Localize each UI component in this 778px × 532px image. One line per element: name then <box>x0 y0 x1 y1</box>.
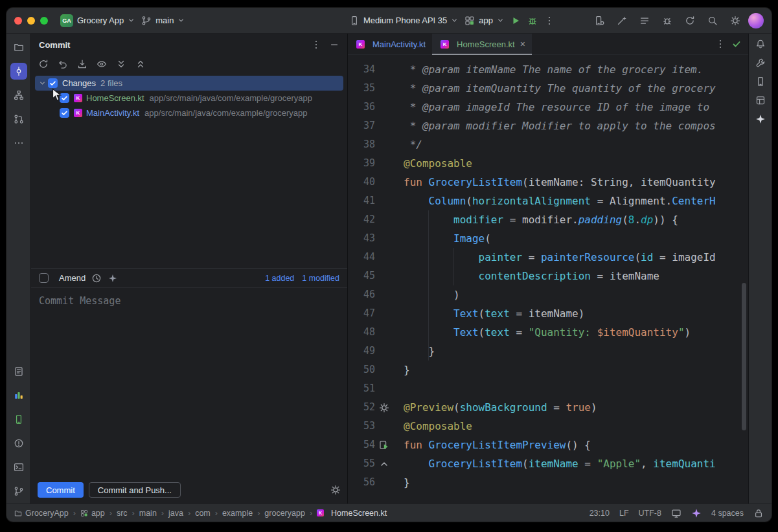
logcat-list-icon[interactable] <box>639 16 650 26</box>
breadcrumb-item[interactable]: com <box>195 509 211 518</box>
rollback-icon[interactable] <box>58 59 68 69</box>
preview-diff-icon[interactable] <box>97 59 107 69</box>
inspections-status-icon[interactable] <box>731 39 742 49</box>
device-manager-icon[interactable] <box>594 16 604 26</box>
tab-homescreen[interactable]: HomeScreen.kt <box>432 34 532 54</box>
indent-config[interactable]: 4 spaces <box>711 509 744 518</box>
hide-tool-window-icon[interactable] <box>329 39 339 50</box>
code-line: 36 * @param imageId The resource ID of t… <box>348 98 748 116</box>
breadcrumb-separator: › <box>215 509 218 518</box>
file-name: MainActivity.kt <box>86 108 139 118</box>
close-window-button[interactable] <box>14 17 22 25</box>
gradle-icon[interactable] <box>755 58 766 68</box>
settings-gear-icon[interactable] <box>730 16 740 26</box>
breadcrumb-item[interactable]: HomeScreen.kt <box>331 509 387 518</box>
branch-name: main <box>155 16 174 25</box>
terminal-tool-button[interactable] <box>10 459 27 476</box>
screen-reader-icon[interactable] <box>671 508 681 518</box>
search-icon[interactable] <box>707 16 718 26</box>
code-area[interactable]: 34 * @param itemName The name of the gro… <box>348 55 748 504</box>
avatar[interactable] <box>748 13 764 28</box>
kotlin-file-icon <box>440 40 449 49</box>
device-phone-icon <box>349 16 360 26</box>
changes-root-row[interactable]: Changes 2 files <box>35 76 343 91</box>
runprev-gutter-icon[interactable] <box>379 440 389 450</box>
more-tool-windows-button[interactable] <box>10 135 27 151</box>
breadcrumb-item[interactable]: main <box>139 509 157 518</box>
run-config-selector[interactable]: app <box>461 12 507 29</box>
file-checkbox[interactable] <box>60 108 69 118</box>
file-row[interactable]: HomeScreen.kt app/src/main/java/com/exam… <box>31 91 347 105</box>
commit-options-icon[interactable] <box>311 39 321 50</box>
changes-checkbox[interactable] <box>48 78 58 88</box>
changes-tree[interactable]: Changes 2 files HomeScreen.kt app/src/ma… <box>31 73 347 269</box>
project-tool-button[interactable] <box>10 39 27 56</box>
running-devices-tool-button[interactable] <box>10 411 27 428</box>
notifications-icon[interactable] <box>755 39 766 49</box>
minimize-window-button[interactable] <box>27 17 35 25</box>
app-quality-insights-tool-button[interactable] <box>10 387 27 404</box>
editor-scrollbar[interactable] <box>742 283 746 430</box>
code-line: 42 modifier = modifier.padding(8.dp)) { <box>348 210 748 229</box>
file-encoding[interactable]: UTF-8 <box>639 509 661 518</box>
code-line: 47 Text(text = itemName) <box>348 304 748 323</box>
ai-commit-message-icon[interactable] <box>108 273 118 283</box>
check-icon <box>61 94 68 102</box>
expand-all-icon[interactable] <box>116 59 126 69</box>
refresh-icon[interactable] <box>38 59 49 69</box>
gradle-sync-icon[interactable] <box>685 16 695 26</box>
problems-tool-button[interactable] <box>10 435 27 452</box>
more-run-actions[interactable] <box>541 12 558 29</box>
cursor-position[interactable]: 23:10 <box>589 509 610 518</box>
version-control-tool-button[interactable] <box>10 483 27 500</box>
breadcrumb-item[interactable]: GroceryApp <box>25 509 69 518</box>
debug-button[interactable] <box>524 12 541 29</box>
breadcrumb-item[interactable]: java <box>168 509 183 518</box>
tab-mainactivity[interactable]: MainActivity.kt <box>348 34 432 54</box>
code-line: 49 } <box>348 342 748 360</box>
history-icon[interactable] <box>91 273 102 283</box>
hierarchy-icon <box>14 90 24 100</box>
chevron-down-icon[interactable] <box>39 80 46 87</box>
ai-spark-icon[interactable] <box>691 508 702 518</box>
gear-gutter-icon[interactable] <box>379 403 389 413</box>
structure-tool-button[interactable] <box>10 87 27 104</box>
chevron-down-icon <box>451 17 458 24</box>
file-row[interactable]: MainActivity.kt app/src/main/java/com/ex… <box>31 105 347 120</box>
chevup-gutter-icon[interactable] <box>379 459 389 469</box>
code-line: 43 Image( <box>348 229 748 248</box>
pull-requests-tool-button[interactable] <box>10 111 27 127</box>
amend-label: Amend <box>59 273 86 283</box>
amend-checkbox[interactable] <box>39 273 49 283</box>
shelve-icon[interactable] <box>77 59 87 69</box>
commit-and-push-button[interactable]: Commit and Push... <box>89 482 181 498</box>
file-checkbox[interactable] <box>60 93 69 103</box>
close-tab-icon[interactable] <box>520 39 525 49</box>
device-explorer-tool-button[interactable] <box>10 363 27 380</box>
breadcrumb-item[interactable]: example <box>222 509 253 518</box>
file-path: app/src/main/java/com/example/groceryapp <box>150 93 312 103</box>
commit-tool-button[interactable] <box>10 63 27 80</box>
commit-message-input[interactable] <box>31 288 347 480</box>
line-ending[interactable]: LF <box>619 509 629 518</box>
tab-options-icon[interactable] <box>715 39 726 49</box>
code-line: 46 ) <box>348 285 748 304</box>
run-icon <box>510 16 521 26</box>
app-inspection-icon[interactable] <box>662 16 672 26</box>
branch-widget[interactable]: main <box>138 12 188 29</box>
lock-icon[interactable] <box>753 508 764 518</box>
device-manager-icon[interactable] <box>755 76 766 87</box>
run-button[interactable] <box>507 12 524 29</box>
breadcrumb-item[interactable]: app <box>91 509 105 518</box>
commit-button[interactable]: Commit <box>38 482 84 498</box>
ai-actions-icon[interactable] <box>617 16 627 26</box>
commit-settings-gear-icon[interactable] <box>330 485 341 495</box>
zoom-window-button[interactable] <box>40 17 48 25</box>
device-selector[interactable]: Medium Phone API 35 <box>346 12 461 29</box>
collapse-all-icon[interactable] <box>135 59 146 69</box>
breadcrumb-item[interactable]: groceryapp <box>264 509 305 518</box>
gemini-icon[interactable] <box>755 114 766 124</box>
layout-tool-icon[interactable] <box>755 95 766 105</box>
project-widget[interactable]: GA Grocery App <box>57 12 138 29</box>
breadcrumb-item[interactable]: src <box>117 509 128 518</box>
